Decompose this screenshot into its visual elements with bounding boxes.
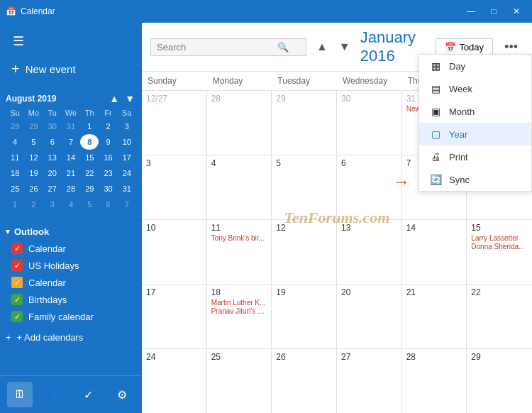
- mini-cal-day[interactable]: 6: [43, 134, 62, 150]
- dropdown-label-day: Day: [449, 61, 465, 72]
- calendar-item-4[interactable]: ✓Family calendar: [6, 308, 136, 325]
- hamburger-button[interactable]: ☰: [6, 28, 31, 54]
- table-row[interactable]: 14: [402, 220, 467, 284]
- mini-cal-day[interactable]: 19: [24, 165, 43, 181]
- table-row[interactable]: 6: [337, 155, 402, 219]
- table-row[interactable]: 26: [272, 349, 337, 413]
- dropdown-item-print[interactable]: 🖨Print: [419, 145, 531, 168]
- table-row[interactable]: 20: [337, 285, 402, 348]
- maximize-button[interactable]: □: [484, 1, 504, 21]
- table-row[interactable]: 18Martin Luther K...Pranav Jituri's b...: [207, 285, 272, 348]
- table-row[interactable]: 12: [272, 220, 337, 284]
- mini-cal-day[interactable]: 12: [24, 150, 43, 165]
- mini-cal-day[interactable]: 15: [80, 150, 99, 165]
- table-row[interactable]: 12/27: [142, 91, 207, 155]
- mini-cal-day[interactable]: 5: [80, 197, 99, 212]
- table-row[interactable]: 24: [142, 349, 207, 413]
- mini-cal-day[interactable]: 8: [80, 134, 99, 150]
- mini-cal-day[interactable]: 25: [6, 181, 24, 197]
- mini-cal-day[interactable]: 7: [118, 197, 136, 212]
- mini-cal-day[interactable]: 3: [43, 197, 62, 212]
- mini-cal-day[interactable]: 31: [118, 181, 136, 197]
- mini-cal-day[interactable]: 4: [6, 134, 24, 150]
- mini-cal-day[interactable]: 2: [24, 197, 43, 212]
- calendar-item-1[interactable]: ✓US Holidays: [6, 257, 136, 274]
- mini-cal-day[interactable]: 29: [24, 119, 43, 134]
- mini-cal-day[interactable]: 9: [99, 134, 117, 150]
- table-row[interactable]: 11Tony Brink's bir...: [207, 220, 272, 284]
- today-button[interactable]: 📅 Today: [436, 38, 493, 56]
- mini-cal-day[interactable]: 4: [62, 197, 80, 212]
- mini-cal-day[interactable]: 31: [62, 119, 80, 134]
- mini-cal-day[interactable]: 11: [6, 150, 24, 165]
- next-arrow-button[interactable]: ▼: [335, 39, 355, 55]
- prev-arrow-button[interactable]: ▲: [312, 39, 332, 55]
- mini-cal-day[interactable]: 22: [80, 165, 99, 181]
- search-input[interactable]: [157, 42, 277, 53]
- mini-cal-day[interactable]: 27: [43, 181, 62, 197]
- mini-cal-day[interactable]: 1: [6, 197, 24, 212]
- table-row[interactable]: 27: [337, 349, 402, 413]
- nav-tasks-button[interactable]: ✓: [75, 382, 101, 407]
- mini-cal-day[interactable]: 30: [43, 119, 62, 134]
- table-row[interactable]: 28: [207, 91, 272, 155]
- table-row[interactable]: 30: [337, 91, 402, 155]
- add-calendars-button[interactable]: + + Add calendars: [0, 328, 142, 347]
- dropdown-icon-print: 🖨: [429, 151, 442, 163]
- table-row[interactable]: 5: [272, 155, 337, 219]
- mini-cal-day[interactable]: 13: [43, 150, 62, 165]
- table-row[interactable]: 29: [272, 91, 337, 155]
- mini-cal-day[interactable]: 3: [118, 119, 136, 134]
- mini-cal-day[interactable]: 1: [80, 119, 99, 134]
- table-row[interactable]: 25: [207, 349, 272, 413]
- mini-cal-day[interactable]: 2: [99, 119, 117, 134]
- outlook-section-title[interactable]: ▾ Outlook: [6, 224, 136, 240]
- mini-cal-day[interactable]: 18: [6, 165, 24, 181]
- mini-cal-day[interactable]: 28: [6, 119, 24, 134]
- table-row[interactable]: 4: [207, 155, 272, 219]
- mini-cal-day[interactable]: 6: [99, 197, 117, 212]
- mini-cal-day[interactable]: 21: [62, 165, 80, 181]
- mini-cal-day[interactable]: 20: [43, 165, 62, 181]
- close-button[interactable]: ✕: [506, 1, 526, 21]
- nav-settings-button[interactable]: ⚙: [109, 382, 135, 407]
- mini-cal-prev[interactable]: ▲: [108, 93, 121, 104]
- mini-cal-day[interactable]: 7: [62, 134, 80, 150]
- mini-cal-day[interactable]: 28: [62, 181, 80, 197]
- minimize-button[interactable]: —: [461, 1, 481, 21]
- mini-cal-day[interactable]: 29: [80, 181, 99, 197]
- mini-cal-next[interactable]: ▼: [123, 93, 136, 104]
- mini-cal-day[interactable]: 16: [99, 150, 117, 165]
- dropdown-item-sync[interactable]: 🔄Sync: [419, 168, 531, 191]
- mini-cal-day[interactable]: 24: [118, 165, 136, 181]
- dropdown-item-week[interactable]: ▤Week: [419, 77, 531, 100]
- table-row[interactable]: 19: [272, 285, 337, 348]
- nav-people-button[interactable]: 👤: [41, 382, 67, 407]
- calendar-item-3[interactable]: ✓Birthdays: [6, 291, 136, 308]
- table-row[interactable]: 15Larry LassetterDonna Sherida...: [467, 220, 532, 284]
- mini-cal-day[interactable]: 10: [118, 134, 136, 150]
- mini-cal-day[interactable]: 14: [62, 150, 80, 165]
- dropdown-item-month[interactable]: ▣Month: [419, 100, 531, 123]
- mini-cal-day[interactable]: 30: [99, 181, 117, 197]
- table-row[interactable]: 22: [467, 285, 532, 348]
- table-row[interactable]: 17: [142, 285, 207, 348]
- table-row[interactable]: 21: [402, 285, 467, 348]
- table-row[interactable]: 3: [142, 155, 207, 219]
- table-row[interactable]: 29: [467, 349, 532, 413]
- table-row[interactable]: 10: [142, 220, 207, 284]
- calendar-item-2[interactable]: ✓Calendar: [6, 274, 136, 291]
- calendar-checkbox-1: ✓: [11, 260, 23, 271]
- new-event-button[interactable]: + New event: [6, 57, 136, 82]
- mini-cal-day[interactable]: 26: [24, 181, 43, 197]
- mini-cal-day[interactable]: 23: [99, 165, 117, 181]
- dropdown-item-day[interactable]: ▦Day: [419, 55, 531, 77]
- dropdown-item-year[interactable]: ▢Year: [419, 123, 531, 145]
- today-icon: 📅: [445, 42, 456, 53]
- nav-calendar-button[interactable]: 🗓: [7, 382, 33, 407]
- calendar-item-0[interactable]: ✓Calendar: [6, 240, 136, 257]
- mini-cal-day[interactable]: 5: [24, 134, 43, 150]
- mini-cal-day[interactable]: 17: [118, 150, 136, 165]
- table-row[interactable]: 28: [402, 349, 467, 413]
- table-row[interactable]: 13: [337, 220, 402, 284]
